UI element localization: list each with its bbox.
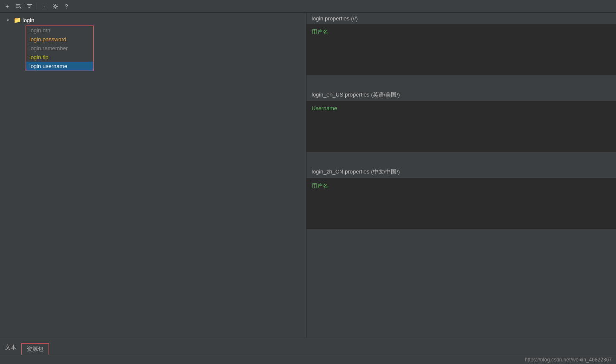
filter-button[interactable] <box>25 2 34 11</box>
section-content-en-us[interactable]: Username <box>307 102 616 153</box>
tree-item-login-btn[interactable]: login.btn <box>26 26 93 35</box>
tab-resource-bundle[interactable]: 资源包 <box>21 343 49 355</box>
properties-section-zh-cn: login_zh_CN.properties (中文/中国/) 用户名 <box>307 165 616 230</box>
tree-root-label: login <box>23 17 34 23</box>
svg-rect-4 <box>28 6 31 6</box>
help-button[interactable]: ? <box>62 2 71 11</box>
main-content: ▾ 📁 login login.btn login.password login… <box>0 13 616 338</box>
section-value-en-us: Username <box>312 105 337 111</box>
tree-area: ▾ 📁 login login.btn login.password login… <box>0 13 306 338</box>
properties-section-en-us: login_en_US.properties (英语/美国/) Username <box>307 88 616 153</box>
tab-text[interactable]: 文本 <box>0 341 21 355</box>
bottom-area: 文本 资源包 <box>0 338 616 355</box>
settings-button[interactable] <box>51 2 60 11</box>
section-value-zh-cn: 用户名 <box>312 182 328 189</box>
properties-wrapper: login.properties (//) 用户名 login_en_US.pr… <box>307 13 616 338</box>
svg-point-6 <box>54 5 57 7</box>
toolbar: + · ? <box>0 0 616 13</box>
folder-icon: 📁 <box>14 17 21 23</box>
section-header-en-us: login_en_US.properties (英语/美国/) <box>307 88 616 102</box>
section-divider-2 <box>307 153 616 165</box>
left-panel: ▾ 📁 login login.btn login.password login… <box>0 13 307 338</box>
section-header-zh-cn: login_zh_CN.properties (中文/中国/) <box>307 165 616 179</box>
section-content-default[interactable]: 用户名 <box>307 25 616 76</box>
section-content-zh-cn[interactable]: 用户名 <box>307 179 616 230</box>
svg-rect-5 <box>29 7 30 8</box>
tree-root-item[interactable]: ▾ 📁 login <box>0 14 306 26</box>
section-header-default: login.properties (//) <box>307 13 616 25</box>
sort-button[interactable] <box>14 2 23 11</box>
tree-item-login-password[interactable]: login.password <box>26 35 93 44</box>
plus-button[interactable]: + <box>3 2 12 11</box>
section-value-default: 用户名 <box>312 28 328 35</box>
status-url: https://blog.csdn.net/weixin_46822367 <box>525 357 612 363</box>
tree-item-login-username[interactable]: login.username <box>26 62 93 71</box>
separator-1 <box>37 3 37 10</box>
dot-button[interactable]: · <box>40 2 49 11</box>
svg-rect-3 <box>27 4 32 5</box>
tree-item-login-tip[interactable]: login.tip <box>26 53 93 62</box>
right-panel: login.properties (//) 用户名 login_en_US.pr… <box>307 13 616 338</box>
status-bar: https://blog.csdn.net/weixin_46822367 <box>0 355 616 364</box>
tree-item-login-remember[interactable]: login.remember <box>26 44 93 53</box>
section-divider-1 <box>307 76 616 88</box>
chevron-down-icon: ▾ <box>7 18 12 23</box>
autocomplete-list: login.btn login.password login.remember … <box>26 26 94 71</box>
properties-section-default: login.properties (//) 用户名 <box>307 13 616 76</box>
